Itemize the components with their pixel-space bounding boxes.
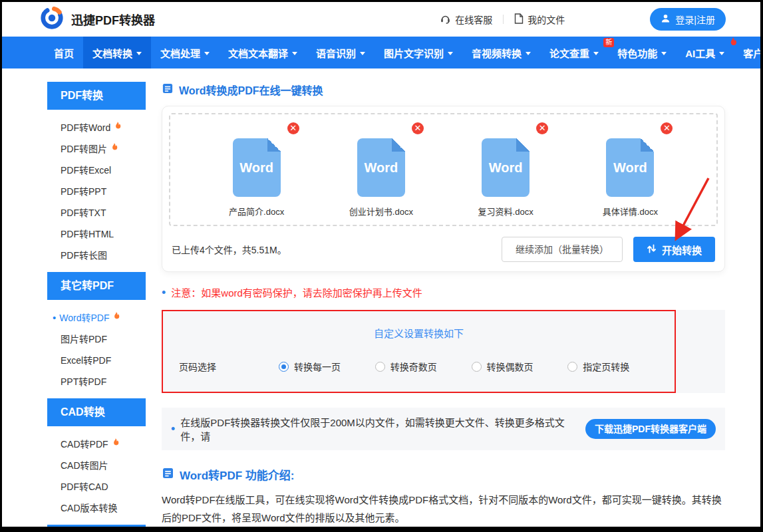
document-icon xyxy=(514,13,524,26)
add-more-files-button[interactable]: 继续添加（批量转换） xyxy=(502,237,623,262)
nav-label: 文档转换 xyxy=(92,46,132,60)
sidebar-item-pdf-to-image[interactable]: PDF转图片 xyxy=(47,138,146,159)
sidebar-item-label: PDF转长图 xyxy=(61,248,107,261)
app-window: 迅捷PDF转换器 在线客服 xyxy=(0,0,763,532)
top-right-links: 在线客服 我的文件 xyxy=(440,13,565,26)
chevron-down-icon xyxy=(360,52,365,58)
hot-flame-icon xyxy=(112,312,120,323)
nav-item-featured[interactable]: 特色功能 xyxy=(608,37,676,68)
brand-logo-icon xyxy=(39,5,65,33)
word-icon-label: Word xyxy=(239,160,273,176)
feature-icon xyxy=(162,467,174,483)
nav-item-ocr[interactable]: 图片文字识别 xyxy=(375,37,462,68)
radio-convert-odd-pages[interactable]: 转换奇数页 xyxy=(375,360,472,373)
word-icon-label: Word xyxy=(365,160,398,176)
sidebar-item-cad-to-pdf[interactable]: CAD转PDF xyxy=(47,433,146,454)
nav-item-ai-tools[interactable]: AI工具 xyxy=(676,37,734,68)
file-name: 复习资料.docx xyxy=(478,205,534,217)
page-select-row: 页码选择 转换每一页 转换奇数页 转换偶数页 xyxy=(179,360,664,373)
nav-item-speech-recognition[interactable]: 语音识别 xyxy=(307,37,375,68)
sidebar-item-pdf-to-excel[interactable]: PDF转Excel xyxy=(47,159,146,180)
radio-convert-every-page[interactable]: 转换每一页 xyxy=(279,360,375,373)
remove-file-icon[interactable]: ✕ xyxy=(287,122,299,134)
my-files-label: 我的文件 xyxy=(528,13,565,26)
page-title-icon xyxy=(162,82,174,97)
page-body: PDF转换 PDF转Word PDF转图片 PDF转Excel PDF转PPT xyxy=(2,68,760,532)
word-file-icon: Word xyxy=(482,138,530,197)
chevron-down-icon xyxy=(448,52,453,58)
swap-arrows-icon xyxy=(647,244,657,255)
sidebar-item-excel-to-pdf[interactable]: Excel转PDF xyxy=(47,349,146,370)
sidebar-item-label: PDF转CAD xyxy=(61,479,108,493)
page-select-label: 页码选择 xyxy=(179,360,279,373)
sidebar-item-pdf-to-longimage[interactable]: PDF转长图 xyxy=(47,244,146,265)
sidebar-item-ppt-to-pdf[interactable]: PPT转PDF xyxy=(47,370,146,392)
radio-label: 转换每一页 xyxy=(294,360,341,373)
nav-item-client[interactable]: 客户端 xyxy=(734,37,763,68)
sidebar-item-label: CAD版本转换 xyxy=(61,501,118,514)
upload-summary: 已上传4个文件，共5.51M。 xyxy=(172,243,502,256)
hot-flame-icon xyxy=(114,122,121,132)
sidebar-item-pdf-to-txt[interactable]: PDF转TXT xyxy=(47,201,146,223)
nav-item-paper-check[interactable]: 论文查重 新 xyxy=(540,37,608,68)
radio-icon[interactable] xyxy=(472,362,482,372)
login-register-button[interactable]: 登录|注册 xyxy=(650,8,726,31)
remove-file-icon[interactable]: ✕ xyxy=(661,122,673,134)
sidebar-item-pdf-to-cad[interactable]: PDF转CAD xyxy=(47,475,146,497)
sidebar-item-pdf-to-ppt[interactable]: PDF转PPT xyxy=(47,180,146,201)
sidebar-item-pdf-to-html[interactable]: PDF转HTML xyxy=(47,223,146,244)
page-fold xyxy=(641,138,654,152)
upload-actions-row: 已上传4个文件，共5.51M。 继续添加（批量转换） 开始转换 xyxy=(169,226,718,271)
sidebar-item-image-to-pdf[interactable]: 图片转PDF xyxy=(47,328,146,349)
online-service-link[interactable]: 在线客服 xyxy=(440,13,492,26)
radio-label: 转换奇数页 xyxy=(390,360,437,373)
sidebar-item-label: PDF转图片 xyxy=(61,142,107,155)
bullet-dot: • xyxy=(171,423,175,435)
hot-flame-icon xyxy=(112,438,119,449)
sidebar-item-pdf-to-word[interactable]: PDF转Word xyxy=(47,116,146,138)
nav-item-home[interactable]: 首页 xyxy=(45,37,83,68)
sidebar-item-word-to-pdf[interactable]: • Word转PDF xyxy=(47,307,146,328)
chevron-down-icon xyxy=(593,52,599,58)
brand[interactable]: 迅捷PDF转换器 xyxy=(39,5,155,33)
radio-icon[interactable] xyxy=(375,362,385,372)
sidebar-item-cad-version-convert[interactable]: CAD版本转换 xyxy=(47,497,146,518)
radio-label: 转换偶数页 xyxy=(487,360,534,373)
my-files-link[interactable]: 我的文件 xyxy=(514,13,565,26)
chevron-down-icon xyxy=(719,52,724,58)
chevron-down-icon xyxy=(292,52,297,58)
sidebar-item-cad-to-image[interactable]: CAD转图片 xyxy=(47,454,146,475)
conversion-settings-panel: 自定义设置转换如下 页码选择 转换每一页 转换奇数页 转换偶数页 xyxy=(162,310,725,393)
nav-item-av-convert[interactable]: 音视频转换 xyxy=(462,37,540,68)
page-title: Word转换成PDF在线一键转换 xyxy=(162,82,725,98)
sidebar-item-label: Word转PDF xyxy=(59,311,109,324)
radio-icon[interactable] xyxy=(279,362,289,372)
sidebar-next-group-cut xyxy=(47,525,146,529)
upload-dropzone[interactable]: ✕ Word 产品简介.docx ✕ Word 创业计划书.d xyxy=(169,113,718,226)
nav-item-doc-process[interactable]: 文档处理 xyxy=(151,37,219,68)
sidebar-item-label: CAD转PDF xyxy=(61,437,108,450)
download-client-button[interactable]: 下载迅捷PDF转换器客户端 xyxy=(585,419,716,439)
page-fold xyxy=(516,138,530,152)
nav-item-doc-translate[interactable]: 文档文本翻译 xyxy=(219,37,307,68)
start-convert-button[interactable]: 开始转换 xyxy=(633,237,715,262)
sidebar-item-label: PPT转PDF xyxy=(61,374,106,388)
sidebar-group-items: PDF转Word PDF转图片 PDF转Excel PDF转PPT PDF转TX… xyxy=(47,110,146,272)
page-title-text: Word转换成PDF在线一键转换 xyxy=(179,82,323,98)
brand-name: 迅捷PDF转换器 xyxy=(71,11,155,28)
radio-convert-even-pages[interactable]: 转换偶数页 xyxy=(472,360,568,373)
header-divider xyxy=(503,15,504,24)
sidebar-group-items: • Word转PDF 图片转PDF Excel转PDF PPT转PDF xyxy=(47,300,146,398)
sidebar-item-label: PDF转HTML xyxy=(61,227,114,240)
nav-label: 语音识别 xyxy=(316,46,356,60)
remove-file-icon[interactable]: ✕ xyxy=(412,122,424,134)
remove-file-icon[interactable]: ✕ xyxy=(536,122,548,134)
radio-convert-specified-pages[interactable]: 指定页转换 xyxy=(567,360,664,373)
radio-icon[interactable] xyxy=(567,362,577,372)
start-convert-label: 开始转换 xyxy=(662,243,702,257)
nav-item-doc-convert[interactable]: 文档转换 xyxy=(83,37,151,68)
sidebar: PDF转换 PDF转Word PDF转图片 PDF转Excel PDF转PPT xyxy=(47,82,146,529)
password-note-text: 注意：如果word有密码保护，请去除加密保护再上传文件 xyxy=(171,285,422,299)
active-bullet: • xyxy=(53,312,56,323)
headset-icon xyxy=(440,13,451,26)
